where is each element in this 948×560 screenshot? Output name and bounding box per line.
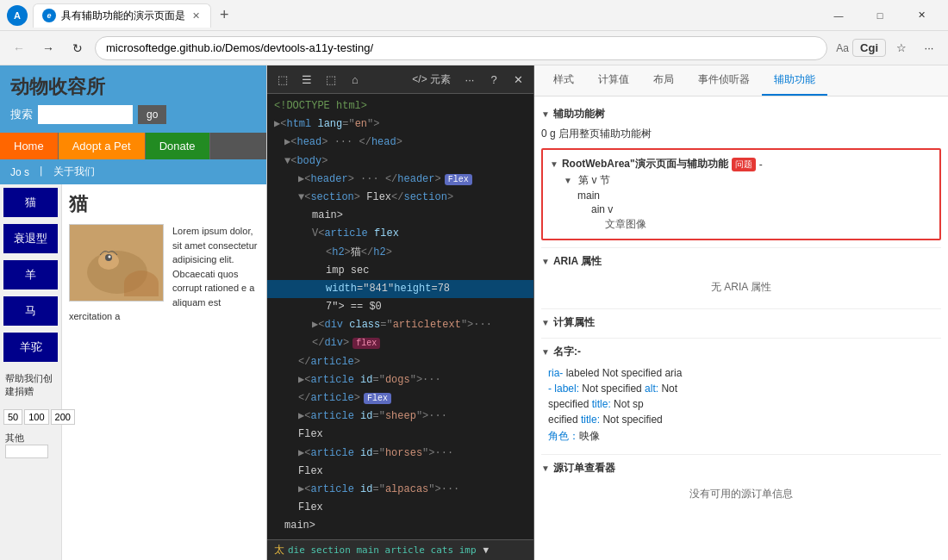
acc-tree-section: ▼ 辅助功能树 0 g 启用整页辅助功能树 ▼ RootWebArea"演示页面… <box>541 103 941 240</box>
tree-article-horses[interactable]: ▶<article id="horses">··· <box>267 445 533 463</box>
tab-close-button[interactable]: ✕ <box>190 9 202 23</box>
address-input[interactable] <box>95 36 827 60</box>
computed-header-label: 计算属性 <box>553 315 595 330</box>
acc-computed-header[interactable]: ▼ 计算属性 <box>541 313 941 333</box>
acc-tree-great2-image[interactable]: 文章图像 <box>550 215 932 232</box>
tree-eq[interactable]: 7"> == $0 <box>267 298 533 316</box>
dt-more-tools-button[interactable]: ··· <box>459 69 480 90</box>
tab-styles[interactable]: 样式 <box>541 65 586 96</box>
forward-button[interactable]: → <box>36 36 60 60</box>
tree-width[interactable]: width="841"height=78 <box>267 280 533 298</box>
acc-name-body: ria- labeled Not specified aria - label:… <box>541 362 941 449</box>
sidebar-cats[interactable]: 猫 <box>3 188 58 217</box>
sub-nav-user[interactable]: Jo s <box>7 165 33 180</box>
sub-nav-about[interactable]: 关于我们 <box>50 163 98 181</box>
tree-html[interactable]: ▶<html lang="en"> <box>267 115 533 134</box>
divider-4 <box>541 454 941 455</box>
acc-source-header[interactable]: ▼ 源订单查看器 <box>541 458 941 478</box>
tree-body[interactable]: ▼<body> <box>267 152 533 171</box>
nav-home[interactable]: Home <box>0 133 59 159</box>
acc-aria-header[interactable]: ▼ ARIA 属性 <box>541 252 941 271</box>
dt-help-button[interactable]: ? <box>483 69 504 90</box>
acc-tree-root[interactable]: ▼ RootWebArea"演示页面与辅助功能 问题 - <box>550 157 932 171</box>
search-label: 搜索 <box>10 107 33 122</box>
acc-body: ▼ 辅助功能树 0 g 启用整页辅助功能树 ▼ RootWebArea"演示页面… <box>534 96 948 560</box>
acc-tree-chevron: ▼ <box>541 109 550 119</box>
acc-tree-great-ainv[interactable]: ain v <box>550 202 932 215</box>
aria-no-data: 无 ARIA 属性 <box>548 275 934 300</box>
tree-h2[interactable]: <h2>猫</h2> <box>267 244 533 262</box>
sidebar-horses[interactable]: 马 <box>3 296 58 326</box>
search-input[interactable] <box>38 105 133 124</box>
close-button[interactable]: ✕ <box>901 2 941 29</box>
dt-inspect-button[interactable]: ⬚ <box>272 69 293 90</box>
amount-100[interactable]: 100 <box>24 409 48 425</box>
tab-layout[interactable]: 布局 <box>641 65 686 96</box>
tree-horses-flex[interactable]: Flex <box>267 463 533 481</box>
minimize-button[interactable]: — <box>819 2 858 29</box>
tree-article-close[interactable]: </article> <box>267 353 533 371</box>
tab-computed[interactable]: 计算值 <box>586 65 641 96</box>
role-row: 角色：映像 <box>548 427 934 445</box>
sidebar-sheep[interactable]: 羊 <box>3 260 58 289</box>
tab-accessibility[interactable]: 辅助功能 <box>762 65 827 96</box>
tab-event-listeners[interactable]: 事件侦听器 <box>686 65 762 96</box>
cgi-button[interactable]: Cgi <box>852 39 886 57</box>
sidebar-help: 帮助我们创建捐赠 <box>0 365 61 406</box>
search-go-button[interactable]: go <box>138 105 166 124</box>
tree-article-sheep[interactable]: ▶<article id="sheep">··· <box>267 408 533 426</box>
new-tab-button[interactable]: + <box>215 4 234 26</box>
toolbar-icons: Aa Cgi ☆ ··· <box>833 36 941 60</box>
tree-doctype[interactable]: <!DOCTYPE html> <box>267 97 533 115</box>
tree-section[interactable]: ▼<section> Flex</section> <box>267 189 533 207</box>
other-amount-input[interactable] <box>5 445 48 458</box>
acc-tree-child-section[interactable]: ▼ 第 v 节 <box>550 171 932 188</box>
acc-tree-box: ▼ RootWebArea"演示页面与辅助功能 问题 - ▼ 第 v 节 mai… <box>541 148 941 240</box>
webpage-body: 猫 衰退型 羊 马 羊驼 帮助我们创建捐赠 50 100 200 其他 <box>0 184 266 560</box>
acc-tree-enabled[interactable]: 0 g 启用整页辅助功能树 <box>541 125 941 145</box>
more-button[interactable]: ··· <box>917 36 941 60</box>
tree-article[interactable]: V<article flex <box>267 225 533 243</box>
tree-div-flex[interactable]: </div>flex <box>267 334 533 352</box>
maximize-button[interactable]: □ <box>860 2 900 29</box>
tree-header[interactable]: ▶<header> ··· </header>Flex <box>267 171 533 189</box>
child-label: 第 v 节 <box>578 174 610 186</box>
edge-icon: e <box>42 9 56 22</box>
back-button[interactable]: ← <box>7 36 31 60</box>
tab-title: 具有辅助功能的演示页面是 <box>61 9 185 23</box>
child-chevron: ▼ <box>564 176 572 185</box>
tree-head[interactable]: ▶<head> ··· </head> <box>267 134 533 152</box>
tree-article-dogs[interactable]: ▶<article id="dogs">··· <box>267 371 533 389</box>
tree-imp[interactable]: imp sec <box>267 262 533 280</box>
bottom-bar-arrow[interactable]: ▼ <box>483 544 490 556</box>
root-badge: 问题 <box>732 158 756 171</box>
favorites-button[interactable]: ☆ <box>889 36 914 60</box>
content-title: 猫 <box>69 191 259 217</box>
dt-screenshot-button[interactable]: ⬚ <box>321 69 341 90</box>
dt-device-button[interactable]: ☰ <box>296 69 317 90</box>
refresh-button[interactable]: ↻ <box>65 36 90 60</box>
acc-name-header[interactable]: ▼ 名字:- <box>541 342 941 362</box>
tree-main-close[interactable]: main> <box>267 517 533 535</box>
tree-article-dogs-close[interactable]: </article>Flex <box>267 389 533 408</box>
amount-50[interactable]: 50 <box>3 409 22 425</box>
dt-home-button[interactable]: ⌂ <box>345 69 365 90</box>
acc-tree-grandchild-main[interactable]: main <box>550 188 932 202</box>
tree-article-alpacas[interactable]: ▶<article id="alpacas">··· <box>267 481 533 499</box>
tree-sheep-flex[interactable]: Flex <box>267 426 533 444</box>
active-tab[interactable]: e 具有辅助功能的演示页面是 ✕ <box>33 3 211 28</box>
nav-donate[interactable]: Donate <box>146 133 210 159</box>
tree-div-articletext[interactable]: ▶<div class="articletext">··· <box>267 316 533 334</box>
sidebar-alpacas[interactable]: 羊驼 <box>3 333 58 362</box>
tree-main[interactable]: main> <box>267 207 533 225</box>
nav-adopt[interactable]: Adopt a Pet <box>59 133 146 159</box>
grandchild-main: main <box>577 190 600 202</box>
acc-tree-header[interactable]: ▼ 辅助功能树 <box>541 103 941 125</box>
sidebar-decay[interactable]: 衰退型 <box>3 224 58 253</box>
tree-alpacas-flex[interactable]: Flex <box>267 499 533 517</box>
acc-name-section: ▼ 名字:- ria- labeled Not specified aria -… <box>541 342 941 449</box>
dt-close-button[interactable]: ✕ <box>508 69 528 90</box>
profile-button[interactable]: A <box>7 5 28 26</box>
acc-tabs: 样式 计算值 布局 事件侦听器 辅助功能 <box>534 65 948 96</box>
svg-point-4 <box>109 256 111 258</box>
